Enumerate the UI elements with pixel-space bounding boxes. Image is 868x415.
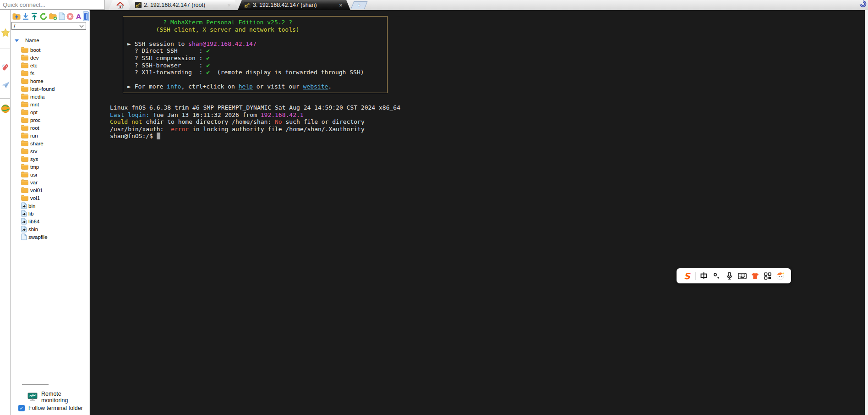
terminal[interactable]: ? MobaXterm Personal Edition v25.2 ? (SS… <box>90 10 865 415</box>
folder-icon <box>21 62 28 68</box>
remote-monitoring-button[interactable]: Remote monitoring <box>27 391 89 404</box>
quick-connect-input[interactable] <box>0 0 110 9</box>
microphone-icon[interactable] <box>723 268 736 283</box>
tab-session-shan[interactable]: 3. 192.168.42.147 (shan) × <box>238 0 350 10</box>
tree-item-bin[interactable]: bin <box>11 202 89 210</box>
tree-item-label: fs <box>30 71 34 76</box>
divider <box>0 49 10 49</box>
terminal-text: . <box>328 83 332 90</box>
nav-macros-plane-icon[interactable] <box>0 79 10 91</box>
swirl-icon <box>859 0 867 8</box>
tree-item-vol01[interactable]: vol01 <box>11 186 89 194</box>
parent-folder-icon[interactable] <box>12 11 21 21</box>
nav-globe-icon[interactable] <box>0 103 10 115</box>
download-icon[interactable] <box>22 11 30 21</box>
new-tab-button[interactable]: + <box>351 1 368 9</box>
terminal-text: No <box>275 118 282 125</box>
follow-terminal-folder[interactable]: ✓ Follow terminal folder <box>18 405 83 411</box>
rename-icon[interactable]: A <box>75 11 82 21</box>
terminal-text: Last login: <box>110 111 149 118</box>
tree-item-label: lost+found <box>30 86 55 92</box>
refresh-icon[interactable] <box>39 11 48 21</box>
toolbox-grid-icon[interactable] <box>761 268 774 283</box>
terminal-text: ✔ <box>206 69 210 76</box>
close-icon[interactable]: × <box>226 2 232 8</box>
tree-item-lib[interactable]: lib <box>11 210 89 217</box>
terminal-scrollbar[interactable] <box>865 10 868 415</box>
tree-item-vol1[interactable]: vol1 <box>11 194 89 202</box>
checkbox-checked-icon[interactable]: ✓ <box>18 405 25 411</box>
file-icon <box>21 233 27 240</box>
folder-icon <box>21 78 28 84</box>
tree-item-mnt[interactable]: mnt <box>11 100 89 108</box>
keyboard-icon[interactable] <box>736 268 749 283</box>
panel-toggle-icon[interactable] <box>83 11 89 21</box>
tree-item-share[interactable]: share <box>11 139 89 147</box>
tree-item-lost+found[interactable]: lost+found <box>11 85 89 93</box>
new-folder-icon[interactable] <box>49 11 58 21</box>
tree-item-run[interactable]: run <box>11 132 89 139</box>
quick-connect[interactable] <box>0 0 105 10</box>
chevron-down-icon <box>79 23 84 29</box>
tab-home[interactable] <box>109 0 131 10</box>
upload-icon[interactable] <box>30 11 38 21</box>
tree-item-opt[interactable]: opt <box>11 108 89 116</box>
tree-item-etc[interactable]: etc <box>11 61 89 69</box>
terminal-line: ? Direct SSH : ✔ <box>127 47 387 55</box>
tree-item-media[interactable]: media <box>11 93 89 100</box>
key-icon <box>244 2 251 8</box>
monitor-icon <box>27 393 38 402</box>
key-icon <box>135 2 142 8</box>
folder-icon <box>21 47 28 53</box>
folder-icon <box>21 164 28 170</box>
terminal-link[interactable]: website <box>303 83 328 90</box>
nav-tools-knife-icon[interactable] <box>0 61 10 73</box>
chinese-mode-icon[interactable] <box>698 268 710 283</box>
tree-item-label: dev <box>30 55 39 61</box>
terminal-text: such file or directory <box>282 118 365 125</box>
tree-item-lib64[interactable]: lib64 <box>11 217 89 225</box>
terminal-line: ? MobaXterm Personal Edition v25.2 ? <box>127 19 387 26</box>
symlink-icon <box>21 210 27 217</box>
folder-icon <box>21 148 28 154</box>
skin-shirt-icon[interactable] <box>748 268 761 283</box>
tree-item-srv[interactable]: srv <box>11 147 89 155</box>
tree-item-boot[interactable]: boot <box>11 46 89 54</box>
terminal-link[interactable]: help <box>239 83 253 90</box>
tree-header[interactable]: Name <box>15 38 39 43</box>
smart-emoji-icon[interactable] <box>774 268 787 283</box>
tree-item-root[interactable]: root <box>11 124 89 132</box>
tree-item-tmp[interactable]: tmp <box>11 163 89 171</box>
punctuation-icon[interactable] <box>710 268 723 283</box>
folder-icon <box>21 133 28 138</box>
close-icon[interactable]: × <box>338 2 344 8</box>
tab-session-root[interactable]: 2. 192.168.42.147 (root) × <box>129 0 239 10</box>
folder-icon <box>21 140 28 146</box>
terminal-text: info <box>167 83 181 90</box>
delete-icon[interactable] <box>66 11 74 21</box>
tree-item-usr[interactable]: usr <box>11 171 89 178</box>
terminal-line: ? SSH-browser : ✔ <box>127 62 387 69</box>
folder-icon <box>21 187 28 193</box>
mobaxterm-banner: ? MobaXterm Personal Edition v25.2 ? (SS… <box>123 16 388 93</box>
terminal-text: ✔ <box>206 55 210 61</box>
path-select[interactable]: / <box>11 22 86 30</box>
nav-star-icon[interactable] <box>0 27 10 39</box>
sogou-logo-icon[interactable]: S <box>681 268 693 283</box>
terminal-line: ? X11-forwarding : ✔ (remote display is … <box>127 69 387 76</box>
new-file-icon[interactable] <box>58 11 66 21</box>
tree-item-home[interactable]: home <box>11 77 89 85</box>
tree-item-sbin[interactable]: sbin <box>11 225 89 233</box>
tree-header-label: Name <box>25 38 39 43</box>
tree-item-proc[interactable]: proc <box>11 116 89 124</box>
sidebar-nav-strip <box>0 10 11 415</box>
tree-item-swapfile[interactable]: swapfile <box>11 233 89 241</box>
splitter-handle[interactable] <box>22 384 49 385</box>
tree-item-var[interactable]: var <box>11 178 89 186</box>
tree-item-sys[interactable]: sys <box>11 155 89 163</box>
tree-item-fs[interactable]: fs <box>11 69 89 77</box>
tree-item-dev[interactable]: dev <box>11 54 89 61</box>
folder-icon <box>21 117 28 123</box>
folder-icon <box>21 156 28 162</box>
terminal-text: (SSH client, X server and network tools) <box>127 26 300 33</box>
